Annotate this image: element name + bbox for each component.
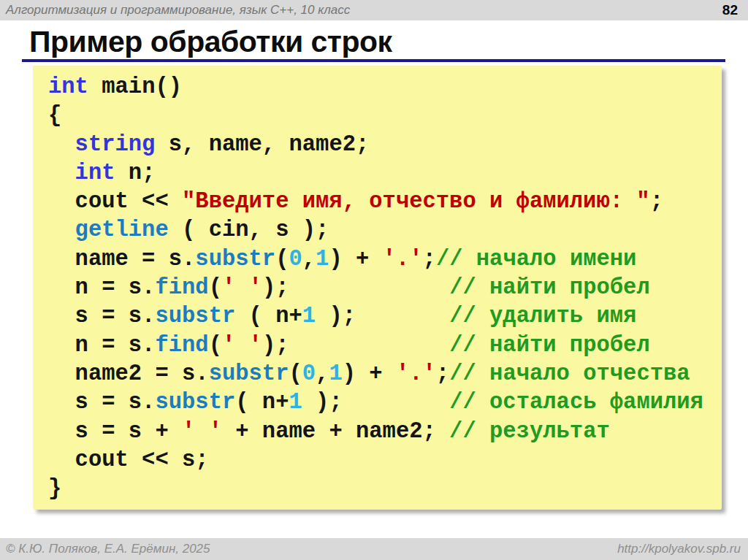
code-line: n = s.find(' '); // найти пробел bbox=[48, 331, 722, 360]
code-token-cm: // начало имени bbox=[436, 247, 637, 272]
code-token-pl: ( bbox=[209, 333, 222, 358]
code-token-kw: string bbox=[75, 132, 156, 157]
code-token-pl: s = s. bbox=[48, 390, 155, 415]
code-line: getline ( cin, s ); bbox=[48, 216, 722, 245]
code-token-pl: , bbox=[316, 361, 329, 386]
code-token-pl: cout << s; bbox=[48, 448, 209, 472]
code-token-pl: , bbox=[302, 247, 316, 272]
code-token-str: '.' bbox=[396, 361, 436, 386]
code-token-fn: substr bbox=[195, 247, 275, 272]
code-token-fn: find bbox=[155, 275, 208, 300]
code-line: s = s.substr ( n+1 ); // удалить имя bbox=[48, 302, 722, 331]
code-token-fn: substr bbox=[155, 304, 235, 329]
code-token-cm: // найти пробел bbox=[449, 275, 650, 300]
code-token-pl: ; bbox=[650, 189, 663, 214]
code-token-pl: ) + bbox=[329, 247, 382, 272]
code-token-str: '.' bbox=[383, 247, 423, 272]
code-token-pl: ); bbox=[316, 304, 356, 329]
code-token-cm: // начало отчества bbox=[449, 361, 690, 386]
code-line: { bbox=[48, 101, 722, 130]
code-token-pl: ( bbox=[209, 275, 222, 300]
code-token-pl: ( bbox=[275, 247, 289, 272]
code-token-pl: { bbox=[48, 103, 61, 128]
code-line: name2 = s.substr(0,1) + '.';// начало от… bbox=[48, 360, 722, 388]
code-token-num: 1 bbox=[329, 361, 342, 386]
code-token-cm: // удалить имя bbox=[449, 304, 636, 329]
code-token-str: "Введите имя, отчество и фамилию: " bbox=[182, 189, 650, 214]
top-bar: Алгоритмизация и программирование, язык … bbox=[0, 0, 748, 20]
code-token-kw: int bbox=[48, 74, 88, 99]
code-line: } bbox=[48, 475, 722, 503]
code-token-pl bbox=[48, 161, 75, 185]
code-token-num: 1 bbox=[316, 247, 329, 272]
code-token-pl: s, name, name2; bbox=[155, 132, 369, 157]
code-token-pl: n; bbox=[115, 161, 156, 185]
code-token-num: 0 bbox=[289, 247, 302, 272]
code-line: n = s.find(' '); // найти пробел bbox=[48, 274, 722, 302]
code-token-pl: name2 = s. bbox=[48, 361, 209, 386]
code-token-pl bbox=[48, 218, 75, 242]
code-token-pl bbox=[289, 275, 450, 300]
code-token-pl: n = s. bbox=[48, 275, 155, 300]
title-underline bbox=[22, 59, 725, 62]
page-title: Пример обработки строк bbox=[29, 25, 392, 58]
code-line: name = s.substr(0,1) + '.';// начало име… bbox=[48, 245, 722, 274]
code-panel: int main(){ string s, name, name2; int n… bbox=[33, 66, 722, 510]
code-token-cm: // осталась фамилия bbox=[449, 390, 703, 415]
code-token-pl: ( n+ bbox=[235, 390, 289, 415]
course-label: Алгоритмизация и программирование, язык … bbox=[0, 3, 722, 18]
code-token-pl: + name + name2; bbox=[222, 419, 449, 444]
bottom-bar: © К.Ю. Поляков, Е.А. Ерёмин, 2025 http:/… bbox=[0, 538, 748, 560]
code-token-pl bbox=[289, 333, 450, 358]
copyright-label: © К.Ю. Поляков, Е.А. Ерёмин, 2025 bbox=[0, 542, 617, 556]
code-token-cm: // найти пробел bbox=[449, 333, 650, 358]
code-token-num: 0 bbox=[302, 361, 316, 386]
code-token-num: 1 bbox=[302, 304, 316, 329]
code-token-pl: s = s. bbox=[48, 304, 155, 329]
code-token-pl bbox=[356, 304, 449, 329]
code-token-kw: int bbox=[75, 161, 115, 185]
code-token-str: ' ' bbox=[182, 419, 222, 444]
code-token-pl: ; bbox=[423, 247, 436, 272]
code-token-str: ' ' bbox=[222, 333, 262, 358]
code-token-pl: ); bbox=[262, 275, 289, 300]
page-number: 82 bbox=[722, 2, 748, 18]
code-token-pl: name = s. bbox=[48, 247, 195, 272]
code-token-pl: main() bbox=[88, 74, 182, 99]
code-token-fn: find bbox=[155, 333, 208, 358]
code-token-pl: ; bbox=[436, 361, 449, 386]
code-token-num: 1 bbox=[289, 390, 302, 415]
code-line: int n; bbox=[48, 159, 722, 188]
code-line: int main() bbox=[48, 73, 722, 101]
site-url[interactable]: http://kpolyakov.spb.ru bbox=[617, 542, 748, 556]
code-line: string s, name, name2; bbox=[48, 131, 722, 159]
code-line: s = s.substr( n+1 ); // осталась фамилия bbox=[48, 388, 722, 417]
code-token-pl: ); bbox=[262, 333, 289, 358]
code-token-pl: ( n+ bbox=[235, 304, 302, 329]
code-token-pl: ) + bbox=[343, 361, 396, 386]
code-token-fn: substr bbox=[155, 390, 235, 415]
code-token-cm: // результат bbox=[449, 419, 610, 444]
code-token-pl: ( cin, s ); bbox=[169, 218, 329, 242]
code-line: s = s + ' ' + name + name2; // результат bbox=[48, 418, 722, 446]
code-token-pl: cout << bbox=[48, 189, 182, 214]
code-token-pl bbox=[343, 390, 449, 415]
code-token-pl: ); bbox=[302, 390, 343, 415]
code-token-fn: getline bbox=[75, 218, 169, 242]
code-line: cout << "Введите имя, отчество и фамилию… bbox=[48, 188, 722, 216]
code-token-pl bbox=[48, 132, 75, 157]
code-block: int main(){ string s, name, name2; int n… bbox=[48, 73, 722, 503]
code-token-pl: n = s. bbox=[48, 333, 155, 358]
code-token-fn: substr bbox=[209, 361, 289, 386]
code-token-pl: s = s + bbox=[48, 419, 182, 444]
code-line: cout << s; bbox=[48, 446, 722, 475]
code-token-pl: ( bbox=[289, 361, 302, 386]
code-token-pl: } bbox=[48, 476, 61, 501]
code-token-str: ' ' bbox=[222, 275, 262, 300]
